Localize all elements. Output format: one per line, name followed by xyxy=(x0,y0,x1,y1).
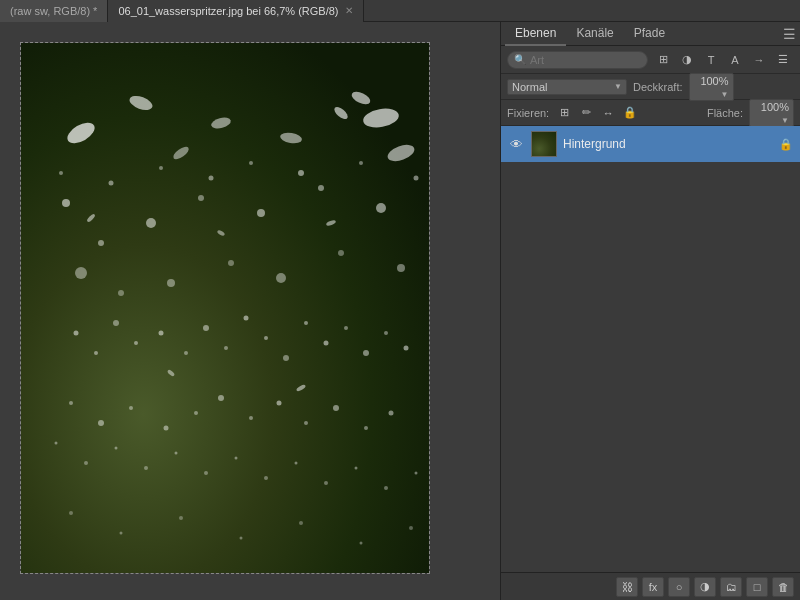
svg-point-83 xyxy=(299,521,303,525)
fix-icon-draw[interactable]: ✏ xyxy=(577,104,595,122)
svg-point-56 xyxy=(209,176,214,181)
panel-btn-group[interactable]: 🗂 xyxy=(720,577,742,597)
blend-mode-dropdown[interactable]: Normal ▼ xyxy=(507,79,627,95)
svg-point-66 xyxy=(55,442,58,445)
svg-point-69 xyxy=(144,466,148,470)
icon-btn-menu[interactable]: ☰ xyxy=(772,50,794,70)
svg-point-84 xyxy=(360,542,363,545)
svg-point-44 xyxy=(164,426,169,431)
icon-btn-new-group[interactable]: ⊞ xyxy=(652,50,674,70)
svg-point-59 xyxy=(359,161,363,165)
layer-name: Hintergrund xyxy=(563,137,772,151)
tab-active-label: 06_01_wasserspritzer.jpg bei 66,7% (RGB/… xyxy=(118,5,338,17)
tab-active[interactable]: 06_01_wasserspritzer.jpg bei 66,7% (RGB/… xyxy=(108,0,363,22)
blend-mode-value: Normal xyxy=(512,81,547,93)
panel-bottom: ⛓ fx ○ ◑ 🗂 □ 🗑 xyxy=(501,572,800,600)
svg-point-11 xyxy=(98,240,104,246)
panel-btn-link[interactable]: ⛓ xyxy=(616,577,638,597)
svg-point-51 xyxy=(364,426,368,430)
svg-point-8 xyxy=(362,106,401,130)
svg-point-33 xyxy=(264,336,268,340)
svg-point-9 xyxy=(350,89,372,107)
panel-tabs: Ebenen Kanäle Pfade ☰ xyxy=(501,22,800,46)
fix-icon-lock[interactable]: 🔒 xyxy=(621,104,639,122)
svg-point-82 xyxy=(240,537,243,540)
svg-point-70 xyxy=(175,452,178,455)
svg-point-68 xyxy=(115,447,118,450)
tab-kanaele[interactable]: Kanäle xyxy=(566,22,623,46)
svg-point-26 xyxy=(113,320,119,326)
svg-point-18 xyxy=(118,290,124,296)
svg-point-79 xyxy=(69,511,73,515)
svg-point-58 xyxy=(298,170,304,176)
canvas-area xyxy=(0,22,500,600)
svg-rect-0 xyxy=(21,43,429,573)
svg-point-74 xyxy=(295,462,298,465)
fill-value[interactable]: 100% ▼ xyxy=(749,99,794,127)
svg-point-38 xyxy=(363,350,369,356)
svg-point-23 xyxy=(397,264,405,272)
svg-point-46 xyxy=(218,395,224,401)
svg-point-55 xyxy=(159,166,163,170)
fix-icon-move[interactable]: ↔ xyxy=(599,104,617,122)
svg-point-34 xyxy=(283,355,289,361)
svg-point-41 xyxy=(69,401,73,405)
layer-list: 👁 Hintergrund 🔒 xyxy=(501,126,800,572)
search-box[interactable]: 🔍 xyxy=(507,51,648,69)
svg-point-28 xyxy=(159,331,164,336)
tab-close-icon[interactable]: ✕ xyxy=(345,5,353,16)
icon-btn-pen[interactable]: A xyxy=(724,50,746,70)
panel-tabs-list: Ebenen Kanäle Pfade xyxy=(505,22,675,46)
panel-btn-adjustment[interactable]: ◑ xyxy=(694,577,716,597)
layer-item[interactable]: 👁 Hintergrund 🔒 xyxy=(501,126,800,162)
svg-point-53 xyxy=(59,171,63,175)
tab-raw[interactable]: (raw sw, RGB/8) * xyxy=(0,0,108,22)
tab-ebenen[interactable]: Ebenen xyxy=(505,22,566,46)
svg-point-37 xyxy=(344,326,348,330)
svg-point-1 xyxy=(64,119,98,148)
opacity-value[interactable]: 100% ▼ xyxy=(689,73,734,101)
panel-btn-mask[interactable]: ○ xyxy=(668,577,690,597)
svg-point-81 xyxy=(179,516,183,520)
tab-pfade[interactable]: Pfade xyxy=(624,22,675,46)
svg-point-63 xyxy=(326,219,337,226)
search-input[interactable] xyxy=(530,54,570,66)
svg-point-17 xyxy=(75,267,87,279)
canvas-image xyxy=(21,43,429,573)
panel-btn-fx[interactable]: fx xyxy=(642,577,664,597)
opacity-chevron: ▼ xyxy=(721,90,729,99)
svg-point-6 xyxy=(279,131,302,145)
svg-point-36 xyxy=(324,341,329,346)
panel-btn-delete[interactable]: 🗑 xyxy=(772,577,794,597)
icon-btn-text[interactable]: T xyxy=(700,50,722,70)
svg-point-39 xyxy=(384,331,388,335)
svg-point-30 xyxy=(203,325,209,331)
svg-point-43 xyxy=(129,406,133,410)
svg-point-60 xyxy=(414,176,419,181)
opacity-label: Deckkraft: xyxy=(633,81,683,93)
layer-thumbnail xyxy=(531,131,557,157)
fix-icons: ⊞ ✏ ↔ 🔒 xyxy=(555,104,639,122)
icon-btn-adjustment[interactable]: ◑ xyxy=(676,50,698,70)
svg-point-64 xyxy=(167,369,176,377)
svg-point-85 xyxy=(409,526,413,530)
fill-label: Fläche: xyxy=(707,107,743,119)
svg-point-2 xyxy=(128,93,155,112)
svg-point-25 xyxy=(94,351,98,355)
tab-bar: (raw sw, RGB/8) * 06_01_wasserspritzer.j… xyxy=(0,0,800,22)
panel-btn-new-layer[interactable]: □ xyxy=(746,577,768,597)
icon-btn-arrow[interactable]: → xyxy=(748,50,770,70)
svg-point-22 xyxy=(338,250,344,256)
svg-point-40 xyxy=(404,346,409,351)
layer-visibility-toggle[interactable]: 👁 xyxy=(507,135,525,153)
panel-menu-icon[interactable]: ☰ xyxy=(783,26,796,42)
svg-point-80 xyxy=(120,532,123,535)
fix-icon-transform[interactable]: ⊞ xyxy=(555,104,573,122)
svg-point-14 xyxy=(257,209,265,217)
svg-point-15 xyxy=(318,185,324,191)
fix-row: Fixieren: ⊞ ✏ ↔ 🔒 Fläche: 100% ▼ xyxy=(501,100,800,126)
svg-point-73 xyxy=(264,476,268,480)
svg-point-52 xyxy=(389,411,394,416)
svg-point-75 xyxy=(324,481,328,485)
tab-raw-label: (raw sw, RGB/8) * xyxy=(10,5,97,17)
